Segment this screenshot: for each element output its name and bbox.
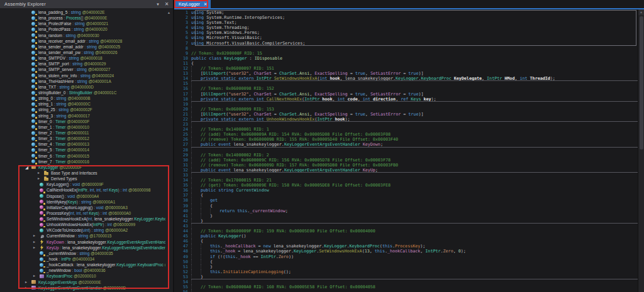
expander-open-icon[interactable]: ◢ [25, 165, 31, 170]
tree-item-text: lena_stolen_env_info [38, 73, 77, 78]
field-icon [31, 96, 36, 101]
tree-item[interactable]: timer_5 : Timer @04000014 [0, 147, 165, 153]
indent-guide [191, 132, 201, 137]
tree-item-text: lena_snakekeylogger [94, 216, 133, 222]
line-number: 47 [174, 244, 191, 249]
tree-item[interactable]: VKCodeToUnicode(uint) : string @060000A2 [0, 227, 165, 233]
tree-item[interactable]: _hook : IntPtr @04000034 [0, 256, 165, 262]
tree-item[interactable]: string_25 : string @0400002F [0, 107, 165, 112]
code-line: 9// Token: 0x0200000F RID: 15 [174, 51, 638, 56]
scrollbar-thumb[interactable] [640, 16, 643, 149]
expander-closed-icon[interactable]: ▸ [25, 285, 31, 291]
tree-item-text: lena_ProtectPass [38, 26, 70, 32]
tree-scroll-up-icon[interactable]: ▲ [166, 10, 172, 16]
expander-closed-icon[interactable]: ▸ [33, 233, 40, 239]
tree-item-text: Keys [109, 187, 118, 193]
tree-item[interactable]: lena_SMTP_server : string @04000027 [0, 67, 165, 72]
tree-item-text: ref [103, 187, 108, 193]
tree-item[interactable]: ◢KeyLogger @0200000F [0, 165, 165, 170]
tree-item[interactable]: ProcessKey(int, int, ref Keys) : int @06… [0, 210, 165, 216]
indent-guide [191, 244, 201, 249]
code-line-text: { [191, 259, 638, 264]
code-line-text [191, 102, 638, 107]
tree-item[interactable]: lena_SMTP_port : string @04000029 [0, 61, 165, 67]
tree-item[interactable]: ▸Base Type and Interfaces [0, 170, 165, 176]
tree-item[interactable]: timer_3 : Timer @04000012 [0, 136, 165, 141]
editor-scrollbar[interactable]: ▲ [638, 9, 644, 292]
tree-item-text: lena_process [38, 15, 63, 21]
tree-item[interactable]: CallNextHookEx(IntPtr, int, int, ref Key… [0, 187, 165, 193]
tree-item[interactable]: timer_0 : Timer @0400000F [0, 119, 165, 124]
tree-item[interactable]: lena_random : string @04000030 [0, 33, 165, 38]
tree-item-text: int [103, 210, 107, 216]
code-line-text: public event lena_snakekeylogger.KeyLogg… [191, 168, 638, 173]
close-icon[interactable]: ✕ [163, 0, 170, 8]
line-number: 33 [174, 173, 191, 178]
tree-item[interactable]: _hookCallback : lena_snakekeylogger.KeyL… [0, 262, 165, 268]
tree-item[interactable]: lena_sender_email_pw : string @04000026 [0, 50, 165, 55]
tree-item[interactable]: ▸KeyboardProc @02000010 [0, 273, 165, 279]
indent-guide [191, 239, 201, 244]
tree-item[interactable]: ▸CurrentWindow : string @17000015 [0, 233, 165, 239]
tree-item-text: Derived Types [51, 176, 77, 181]
tree-item[interactable]: timer_2 : Timer @04000011 [0, 130, 165, 136]
tree-item[interactable]: Identifykey(Keys) : string @060000A1 [0, 199, 165, 205]
tree-item[interactable]: _currentWindow : string @04000035 [0, 251, 165, 256]
tree-item[interactable]: lena_padding_5 : string @0400002E [0, 9, 165, 15]
code-editor[interactable]: 1using System;2using System.Runtime.Inte… [174, 9, 638, 292]
expander-closed-icon[interactable]: ▸ [33, 273, 40, 279]
line-number: 41 [174, 214, 191, 219]
chevron-down-icon[interactable]: ▾ [154, 0, 162, 8]
tree-item-text: lena_snakekeylogger [77, 262, 115, 268]
tab-close-icon[interactable]: ✕ [204, 0, 208, 8]
tree-item[interactable]: timer_7 : Timer @04000016 [0, 159, 165, 165]
tree-item[interactable]: ▸KeyDown : lena_snakekeylogger.KeyLogger… [0, 239, 165, 245]
tree-item[interactable]: lena_stolen_env_info : string @04000024 [0, 73, 165, 78]
tree-item[interactable]: lena_sender_email_addr : string @0400002… [0, 44, 165, 50]
tree-item-text: timer_2 [38, 130, 52, 136]
expander-closed-icon[interactable]: ▸ [38, 170, 44, 176]
tree-item[interactable]: lena_process : Process[] @0400000E [0, 15, 165, 21]
indent-guide [191, 224, 201, 229]
tab-keylogger[interactable]: KeyLogger✕ [175, 0, 211, 8]
tree-item[interactable]: lena_TheHashHere : string @0400001A [0, 78, 165, 84]
tree-item-text: KeyLogger [38, 165, 58, 170]
method-private-icon [40, 188, 45, 193]
tree-item[interactable]: ▸KeyLoggerEventArgs @0200000E [0, 279, 165, 285]
tree-item[interactable]: timer_4 : Timer @04000013 [0, 141, 165, 147]
expander-closed-icon[interactable]: ▸ [25, 279, 31, 285]
tree-item-text: string_25 [38, 107, 55, 112]
tree-item[interactable]: ▸KeyLoggerEventArgsEventHandler @0200000… [0, 285, 165, 291]
code-line-text: this._hook = lena_snakekeylogger.KeyLogg… [191, 249, 638, 254]
tree-item[interactable]: lena_receiver_email_addr : string @04000… [0, 38, 165, 44]
tree-item[interactable]: string_1 : string @0400000C [0, 101, 165, 107]
tree-item[interactable]: Dispose() : void @060000A4 [0, 193, 165, 199]
tree-item-text: CurrentWindow [47, 233, 75, 239]
tree-item[interactable]: UnhookWindowsHookEx(IntPtr) : int @06000… [0, 222, 165, 227]
tree-item[interactable]: timer_6 : Timer @04000015 [0, 153, 165, 159]
expander-closed-icon[interactable]: ▸ [38, 176, 44, 181]
code-line-text [191, 224, 638, 229]
tree-item[interactable]: lena_ProtectFalse : string @04000021 [0, 21, 165, 26]
expander-closed-icon[interactable]: ▸ [33, 245, 40, 251]
tree-item[interactable]: _newWindow : bool @04000036 [0, 268, 165, 273]
tree-item[interactable]: lena_TXT : string @0400000D [0, 84, 165, 90]
tree-item[interactable]: ▸KeyUp : lena_snakekeylogger.KeyLoggerEv… [0, 245, 165, 251]
tree-item[interactable]: ▸Derived Types [0, 176, 165, 181]
code-line: 5using System.Windows.Forms; [174, 30, 638, 35]
tree-item[interactable]: SetWindowsHookExA(int, lena_snakekeylogg… [0, 216, 165, 222]
tree-item[interactable]: string_0 : string @0400000B [0, 95, 165, 101]
tree-item[interactable]: InitializeCaptionLogging() : void @06000… [0, 205, 165, 210]
code-line-text [191, 122, 638, 127]
tree-item[interactable]: lena_SMTPDV : string @04000018 [0, 55, 165, 61]
tree-item[interactable]: lena_ProtectPass : string @04000020 [0, 26, 165, 32]
code-line-text: using System.Runtime.InteropServices; [191, 15, 638, 20]
tree-item[interactable]: stringBuilder_0 : StringBuilder @0400001… [0, 90, 165, 95]
expander-closed-icon[interactable]: ▸ [33, 239, 40, 245]
tree-item[interactable]: string_3 : string @04000017 [0, 113, 165, 119]
tree-item-text: @0400000B [66, 95, 90, 101]
tree-item-text: @0400002F [69, 107, 92, 112]
scrollbar-up-icon[interactable]: ▲ [638, 9, 644, 15]
tree-item[interactable]: timer_1 : Timer @04000010 [0, 124, 165, 130]
tree-item[interactable]: KeyLogger() : void @0600009F [0, 181, 165, 187]
